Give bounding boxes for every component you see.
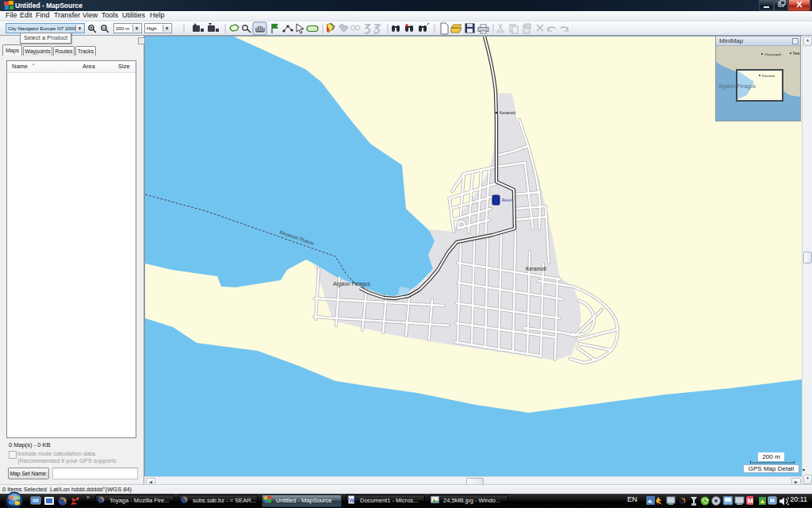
svg-text:Nea: Nea	[793, 52, 800, 56]
svg-text:Keramoti: Keramoti	[526, 266, 546, 271]
svg-text:Chrysoupoli: Chrysoupoli	[764, 52, 781, 56]
svg-text:Aigaion Pelagos: Aigaion Pelagos	[333, 281, 371, 287]
svg-text:M: M	[748, 497, 754, 505]
svg-text:Keramoti: Keramoti	[762, 74, 775, 78]
svg-text:Aigaion Pelagos: Aigaion Pelagos	[718, 83, 756, 90]
svg-text:Revoil: Revoil	[502, 198, 512, 202]
svg-text:W: W	[349, 498, 354, 503]
svg-text:Keramoti: Keramoti	[500, 110, 515, 115]
